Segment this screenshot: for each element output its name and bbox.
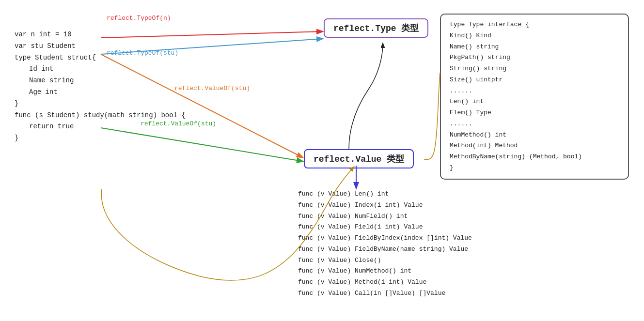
- vm-4: func (v Value) Field(i int) Value: [298, 222, 472, 233]
- vm-3: func (v Value) NumField() int: [298, 211, 472, 222]
- ti-len: Len() int: [450, 96, 619, 107]
- reflect-value-box: reflect.Value 类型: [304, 149, 414, 168]
- code-line-7: }: [15, 98, 186, 110]
- ti-method: Method(int) Method: [450, 140, 619, 152]
- ti-size: Size() uintptr: [450, 75, 619, 86]
- type-interface-header: type Type interface {: [450, 19, 619, 31]
- ti-nummethod: NumMethod() int: [450, 130, 619, 141]
- vm-2: func (v Value) Index(i int) Value: [298, 200, 472, 211]
- code-line-1: var n int = 10: [15, 29, 186, 41]
- code-line-4: Id int: [29, 63, 186, 75]
- ti-dots1: ......: [450, 86, 619, 97]
- vm-9: func (v Value) Method(i int) Value: [298, 277, 472, 288]
- type-interface-box: type Type interface { Kind() Kind Name()…: [440, 14, 629, 180]
- code-line-5: Name string: [29, 75, 186, 87]
- label-valueof-stu-green: reflect.ValueOf(stu): [141, 120, 216, 127]
- code-line-10: }: [15, 133, 186, 144]
- label-typeof-n: reflect.TypeOf(n): [107, 15, 171, 22]
- ti-kind: Kind() Kind: [450, 31, 619, 42]
- label-typeof-stu: reflect.TypeOf(stu): [107, 49, 178, 57]
- code-line-8: func (s Student) study(math string) bool…: [15, 110, 186, 122]
- label-valueof-stu-orange: reflect.ValueOf(stu): [174, 85, 250, 92]
- ti-methodbyname: MethodByName(string) (Method, bool): [450, 152, 619, 163]
- vm-8: func (v Value) NumMethod() int: [298, 266, 472, 277]
- vm-7: func (v Value) Close(): [298, 255, 472, 266]
- ti-name: Name() string: [450, 42, 619, 53]
- vm-6: func (v Value) FieldByName(name string) …: [298, 244, 472, 255]
- code-line-6: Age int: [29, 87, 186, 98]
- ti-elem: Elem() Type: [450, 107, 619, 119]
- ti-footer: }: [450, 163, 619, 174]
- reflect-type-box: reflect.Type 类型: [324, 18, 428, 38]
- ti-pkgpath: PkgPath() string: [450, 52, 619, 63]
- vm-1: func (v Value) Len() int: [298, 189, 472, 200]
- vm-10: func (v Value) Call(in []Value) []Value: [298, 288, 472, 299]
- ti-string: String() string: [450, 63, 619, 75]
- ti-dots2: ......: [450, 119, 619, 130]
- value-methods-list: func (v Value) Len() int func (v Value) …: [298, 189, 472, 299]
- vm-5: func (v Value) FieldByIndex(index []int)…: [298, 233, 472, 244]
